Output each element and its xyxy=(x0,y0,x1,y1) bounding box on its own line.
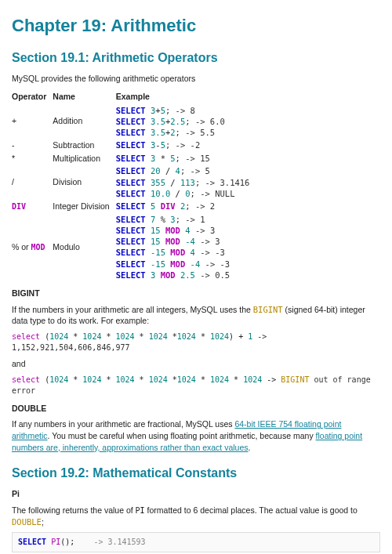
th-example: Example xyxy=(116,89,256,104)
bigint-example-2: select (1024 * 1024 * 1024 * 1024 *1024 … xyxy=(12,375,380,396)
bigint-subhead: BIGINT xyxy=(12,288,380,299)
section-2-heading: Section 19.2: Mathematical Constants xyxy=(12,465,380,482)
double-paragraph: If any numbers in your arithmetic are fr… xyxy=(12,418,380,453)
table-row: + Addition SELECT 3+5; -> 8 SELECT 3.5+2… xyxy=(12,104,256,139)
table-row: * Multiplication SELECT 3 * 5; -> 15 xyxy=(12,152,256,165)
pi-codebox: SELECT PI(); -> 3.141593 xyxy=(12,532,380,552)
section-1-heading: Section 19.1: Arithmetic Operators xyxy=(12,49,380,67)
table-row: - Subtraction SELECT 3-5; -> -2 xyxy=(12,139,256,152)
table-row: / Division SELECT 20 / 4; -> 5 SELECT 35… xyxy=(12,165,256,200)
th-operator: Operator xyxy=(12,89,53,104)
th-name: Name xyxy=(53,89,115,104)
double-subhead: DOUBLE xyxy=(12,403,380,415)
bigint-example-1: select (1024 * 1024 * 1024 * 1024 *1024 … xyxy=(12,331,380,353)
section-1-intro: MySQL provides the following arithmetic … xyxy=(12,73,380,85)
and-text: and xyxy=(12,358,380,370)
bigint-paragraph: If the numbers in your arithmetic are al… xyxy=(12,304,380,327)
pi-paragraph: The following returns the value of PI fo… xyxy=(12,505,380,528)
table-row: DIV Integer Division SELECT 5 DIV 2; -> … xyxy=(12,200,256,213)
pi-subhead: Pi xyxy=(12,488,380,500)
operator-table: Operator Name Example + Addition SELECT … xyxy=(12,89,256,281)
table-row: % or MOD Modulo SELECT 7 % 3; -> 1 SELEC… xyxy=(12,213,256,281)
chapter-title: Chapter 19: Arithmetic xyxy=(12,14,380,38)
